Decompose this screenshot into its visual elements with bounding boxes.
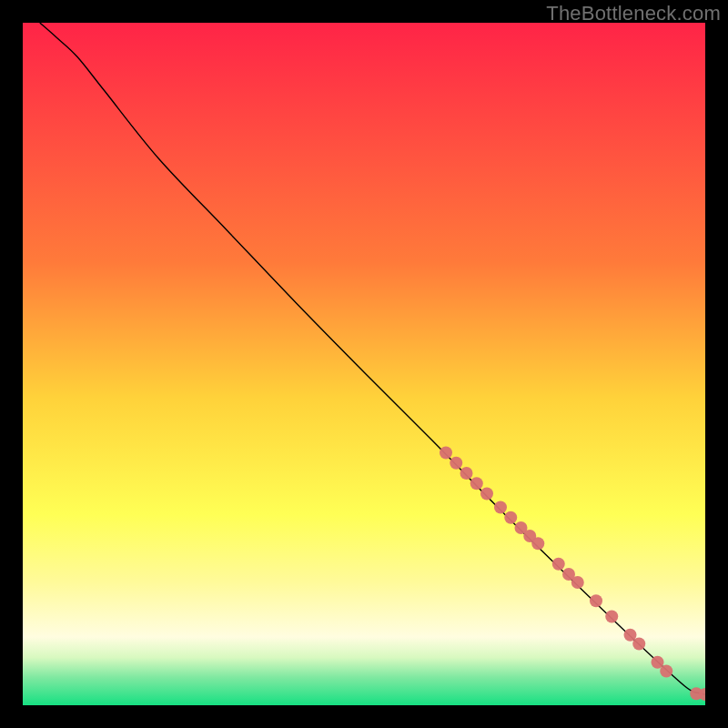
bottleneck-chart bbox=[23, 23, 705, 705]
watermark-text: TheBottleneck.com bbox=[546, 2, 721, 25]
scatter-point bbox=[494, 501, 507, 514]
scatter-point bbox=[531, 537, 544, 550]
scatter-point bbox=[460, 467, 473, 480]
chart-background bbox=[23, 23, 705, 705]
scatter-point bbox=[480, 488, 493, 500]
scatter-point bbox=[440, 447, 452, 460]
scatter-point bbox=[660, 665, 672, 678]
scatter-point bbox=[605, 611, 618, 623]
scatter-point bbox=[632, 638, 645, 651]
scatter-point bbox=[552, 558, 565, 571]
scatter-point bbox=[571, 576, 584, 589]
scatter-point bbox=[590, 594, 602, 607]
scatter-point bbox=[450, 457, 462, 470]
scatter-point bbox=[504, 511, 517, 524]
scatter-point bbox=[470, 477, 483, 490]
